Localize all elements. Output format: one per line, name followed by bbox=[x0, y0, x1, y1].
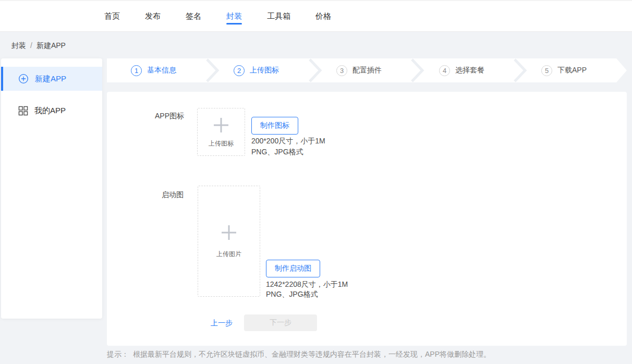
page: 首页 发布 签名 封装 工具箱 价格 封装/新建APP 新建APP 我的APP bbox=[0, 0, 632, 364]
step-label: 选择套餐 bbox=[455, 66, 484, 75]
breadcrumb-separator: / bbox=[30, 41, 32, 50]
nav-item-label: 工具箱 bbox=[267, 11, 290, 21]
splash-upload-box[interactable]: 上传图片 bbox=[198, 186, 260, 297]
main-form-card: APP图标 上传图标 制作图标 200*200尺寸，小于1M PNG、JPG格式… bbox=[107, 92, 627, 346]
nav-item-price[interactable]: 价格 bbox=[315, 1, 331, 31]
plus-icon bbox=[212, 116, 230, 134]
top-nav-items: 首页 发布 签名 封装 工具箱 价格 bbox=[0, 1, 632, 31]
step-number: 3 bbox=[336, 65, 347, 76]
nav-item-sign[interactable]: 签名 bbox=[186, 1, 201, 31]
upload-image-text: 上传图片 bbox=[216, 250, 241, 259]
splash-size-hint: 1242*2208尺寸，小于1M bbox=[266, 280, 348, 289]
breadcrumb-current: 新建APP bbox=[37, 41, 66, 50]
breadcrumb-section[interactable]: 封装 bbox=[11, 41, 26, 50]
plus-icon bbox=[220, 224, 238, 241]
grid-icon bbox=[18, 106, 28, 116]
active-tab-underline bbox=[226, 23, 242, 25]
step-label: 配置插件 bbox=[353, 66, 382, 75]
upload-icon-text: 上传图标 bbox=[209, 139, 234, 148]
sidebar-item-label: 新建APP bbox=[35, 74, 66, 84]
sidebar-item-new-app[interactable]: 新建APP bbox=[1, 67, 102, 91]
nav-item-home[interactable]: 首页 bbox=[104, 1, 120, 31]
nav-item-publish[interactable]: 发布 bbox=[145, 1, 161, 31]
step-label: 下载APP bbox=[557, 66, 587, 75]
nav-item-label: 签名 bbox=[186, 11, 201, 21]
sidebar: 新建APP 我的APP bbox=[1, 58, 102, 319]
next-step-button[interactable]: 下一步 bbox=[244, 314, 317, 331]
sidebar-item-label: 我的APP bbox=[34, 106, 66, 116]
nav-item-package[interactable]: 封装 bbox=[226, 1, 242, 31]
footer-tip: 提示：根据最新平台规则，不允许区块链虚拟币、金融理财类等违规内容在平台封装，一经… bbox=[107, 350, 491, 359]
tip-text: 根据最新平台规则，不允许区块链虚拟币、金融理财类等违规内容在平台封装，一经发现，… bbox=[133, 350, 491, 358]
step-basic-info: 1 基本信息 bbox=[131, 58, 176, 82]
step-number: 1 bbox=[131, 65, 142, 76]
step-download-app: 5 下载APP bbox=[541, 58, 587, 82]
app-icon-label: APP图标 bbox=[155, 112, 184, 121]
tip-label: 提示： bbox=[107, 350, 129, 358]
make-icon-button[interactable]: 制作图标 bbox=[251, 117, 298, 135]
step-number: 4 bbox=[439, 65, 450, 76]
step-label: 上传图标 bbox=[250, 66, 279, 75]
step-choose-plan: 4 选择套餐 bbox=[439, 58, 484, 82]
step-wizard-bar: 1 基本信息 2 上传图标 3 配置插件 4 选择套餐 5 下载APP bbox=[107, 58, 627, 82]
nav-item-label: 首页 bbox=[104, 11, 120, 21]
step-number: 2 bbox=[234, 65, 245, 76]
icon-format-hint: PNG、JPG格式 bbox=[251, 148, 303, 157]
prev-step-link[interactable]: 上一步 bbox=[211, 319, 233, 328]
top-nav: 首页 发布 签名 封装 工具箱 价格 bbox=[0, 0, 632, 32]
nav-item-label: 封装 bbox=[226, 11, 242, 21]
step-upload-icon: 2 上传图标 bbox=[234, 58, 279, 82]
step-number: 5 bbox=[541, 65, 552, 76]
splash-format-hint: PNG、JPG格式 bbox=[266, 290, 318, 299]
breadcrumb: 封装/新建APP bbox=[11, 41, 70, 51]
sidebar-item-my-apps[interactable]: 我的APP bbox=[1, 99, 102, 123]
step-label: 基本信息 bbox=[147, 66, 176, 75]
icon-size-hint: 200*200尺寸，小于1M bbox=[251, 137, 325, 146]
splash-label: 启动图 bbox=[162, 190, 184, 200]
nav-item-toolbox[interactable]: 工具箱 bbox=[267, 1, 290, 31]
plus-circle-icon bbox=[18, 74, 29, 84]
step-configure-plugins: 3 配置插件 bbox=[336, 58, 382, 82]
nav-item-label: 价格 bbox=[315, 11, 331, 21]
app-icon-upload-box[interactable]: 上传图标 bbox=[197, 108, 245, 156]
nav-item-label: 发布 bbox=[145, 11, 161, 21]
make-splash-button[interactable]: 制作启动图 bbox=[266, 260, 320, 277]
